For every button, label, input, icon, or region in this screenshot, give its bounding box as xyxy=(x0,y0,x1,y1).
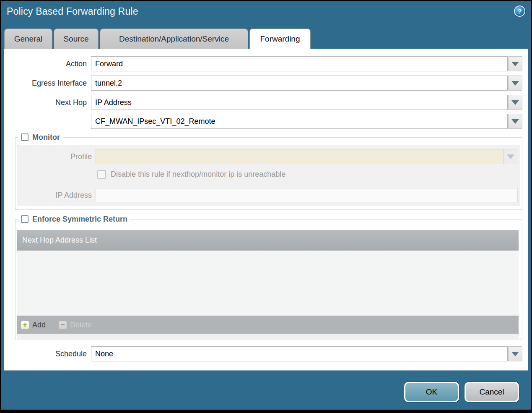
add-plus-icon: + xyxy=(21,321,29,329)
dialog-window: Policy Based Forwarding Rule ? General S… xyxy=(0,0,532,413)
cancel-button[interactable]: Cancel xyxy=(465,382,519,402)
tab-source[interactable]: Source xyxy=(54,29,99,49)
help-icon[interactable]: ? xyxy=(514,5,525,17)
monitor-ip-address-label: IP Address xyxy=(17,188,92,203)
egress-interface-label: Egress Interface xyxy=(4,76,87,91)
tab-content-panel: Action Egress Interface Next Hop Monitor… xyxy=(4,49,528,371)
schedule-label: Schedule xyxy=(4,346,87,361)
profile-label: Profile xyxy=(17,149,92,164)
profile-input xyxy=(96,149,504,164)
tab-bar: General Source Destination/Application/S… xyxy=(4,29,311,49)
table-bottom-strip xyxy=(17,334,519,339)
action-label: Action xyxy=(4,56,87,71)
chevron-down-icon xyxy=(507,154,514,159)
monitor-checkbox[interactable] xyxy=(21,133,29,141)
action-input[interactable] xyxy=(91,56,508,71)
dialog-title: Policy Based Forwarding Rule xyxy=(7,6,138,17)
add-button-label: Add xyxy=(32,321,46,329)
tab-general[interactable]: General xyxy=(4,29,52,49)
action-dropdown-button[interactable] xyxy=(508,56,522,71)
egress-interface-input[interactable] xyxy=(91,76,508,91)
schedule-input[interactable] xyxy=(91,346,508,361)
chevron-down-icon xyxy=(511,62,519,66)
next-hop-address-list-body xyxy=(17,251,519,316)
chevron-down-icon xyxy=(511,352,519,356)
disable-rule-checkbox xyxy=(97,170,106,179)
enforce-symmetric-return-checkbox[interactable] xyxy=(21,215,29,223)
next-hop-type-input[interactable] xyxy=(91,95,508,110)
monitor-ip-address-input xyxy=(96,188,518,202)
delete-button-label: Delete xyxy=(70,321,92,329)
add-button[interactable]: + Add xyxy=(21,321,46,329)
enforce-symmetric-return-legend-label: Enforce Symmetric Return xyxy=(32,215,127,224)
delete-minus-icon: − xyxy=(58,321,67,329)
chevron-down-icon xyxy=(511,100,519,105)
next-hop-address-list-header: Next Hop Address List xyxy=(17,230,519,251)
next-hop-type-dropdown-button[interactable] xyxy=(508,95,522,110)
monitor-legend: Monitor xyxy=(18,132,63,142)
next-hop-address-dropdown-button[interactable] xyxy=(508,114,522,129)
schedule-dropdown-button[interactable] xyxy=(508,346,522,361)
monitor-legend-label: Monitor xyxy=(32,133,60,142)
next-hop-address-input[interactable] xyxy=(91,114,508,129)
next-hop-address-list-table: Next Hop Address List + Add − Delete xyxy=(17,230,519,339)
ok-button[interactable]: OK xyxy=(404,382,459,402)
chevron-down-icon xyxy=(511,119,519,124)
egress-interface-dropdown-button[interactable] xyxy=(508,76,522,91)
tab-destination-application-service[interactable]: Destination/Application/Service xyxy=(100,29,248,49)
enforce-symmetric-return-legend: Enforce Symmetric Return xyxy=(18,214,130,224)
profile-dropdown-button xyxy=(504,149,517,164)
next-hop-address-list-footer: + Add − Delete xyxy=(17,316,519,334)
disable-rule-label: Disable this rule if nexthop/monitor ip … xyxy=(111,169,285,180)
next-hop-label: Next Hop xyxy=(4,95,87,110)
chevron-down-icon xyxy=(511,81,519,86)
tab-forwarding[interactable]: Forwarding xyxy=(249,29,311,49)
delete-button: − Delete xyxy=(58,321,92,329)
